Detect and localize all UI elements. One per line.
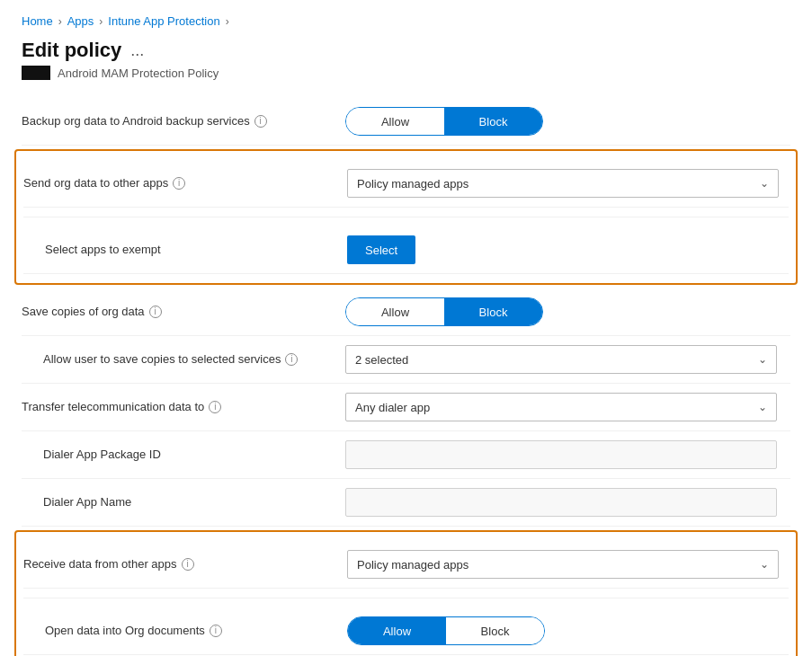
label-receive-data: Receive data from other appsi	[23, 556, 347, 572]
policy-name-label: Android MAM Protection Policy	[58, 66, 219, 80]
row-open-data-org: Open data into Org documentsiAllowBlock	[23, 607, 789, 655]
breadcrumb-apps[interactable]: Apps	[67, 14, 94, 28]
info-icon-save-copies-org-data[interactable]: i	[149, 306, 162, 318]
control-dialer-app-name	[345, 488, 790, 517]
page-title: Edit policy	[22, 39, 121, 62]
select-button-select-apps-exempt[interactable]: Select	[347, 235, 415, 264]
section-row-send-org-data: Send org data to other appsiPolicy manag…	[23, 151, 789, 217]
dropdown-allow-save-copies[interactable]: 2 selected⌄	[345, 345, 777, 374]
label-text-save-copies-org-data: Save copies of org data	[22, 304, 145, 320]
control-allow-save-copies: 2 selected⌄	[345, 345, 790, 374]
row-receive-data: Receive data from other appsiPolicy mana…	[23, 541, 789, 589]
more-options-icon[interactable]: ...	[130, 41, 144, 60]
toggle-btn-block-backup-org-data[interactable]: Block	[444, 108, 542, 135]
chevron-down-icon-send-org-data: ⌄	[760, 177, 769, 190]
row-dialer-app-name: Dialer App Name	[22, 479, 790, 527]
input-dialer-app-name[interactable]	[345, 488, 777, 517]
toggle-btn-block-save-copies-org-data[interactable]: Block	[444, 298, 542, 325]
label-text-receive-data: Receive data from other apps	[23, 556, 177, 572]
chevron-down-icon-transfer-telecom: ⌄	[758, 401, 767, 413]
chevron-down-icon-allow-save-copies: ⌄	[758, 353, 767, 366]
label-save-copies-org-data: Save copies of org datai	[22, 304, 345, 320]
control-send-org-data: Policy managed apps⌄	[347, 169, 789, 198]
label-text-dialer-app-package: Dialer App Package ID	[43, 447, 161, 463]
toggle-save-copies-org-data[interactable]: AllowBlock	[345, 297, 543, 326]
page-subtitle: Android MAM Protection Policy	[22, 66, 790, 80]
info-icon-backup-org-data[interactable]: i	[254, 115, 267, 128]
label-open-data-org: Open data into Org documentsi	[23, 623, 347, 639]
label-text-backup-org-data: Backup org data to Android backup servic…	[22, 113, 250, 129]
section-row-select-apps-exempt: Select apps to exemptSelect	[23, 217, 789, 283]
label-dialer-app-package: Dialer App Package ID	[22, 447, 345, 463]
control-dialer-app-package	[345, 440, 790, 469]
row-allow-save-copies: Allow user to save copies to selected se…	[22, 336, 790, 384]
row-dialer-app-package: Dialer App Package ID	[22, 431, 790, 479]
label-select-apps-exempt: Select apps to exempt	[23, 242, 347, 258]
label-backup-org-data: Backup org data to Android backup servic…	[22, 113, 345, 129]
dropdown-transfer-telecom[interactable]: Any dialer app⌄	[345, 393, 777, 421]
row-transfer-telecom: Transfer telecommunication data toiAny d…	[22, 384, 790, 431]
label-text-allow-save-copies: Allow user to save copies to selected se…	[43, 351, 281, 368]
control-save-copies-org-data: AllowBlock	[345, 297, 790, 326]
highlighted-section: Send org data to other appsiPolicy manag…	[14, 149, 798, 285]
info-icon-allow-save-copies[interactable]: i	[285, 353, 298, 366]
dropdown-send-org-data[interactable]: Policy managed apps⌄	[347, 169, 779, 198]
input-dialer-app-package[interactable]	[345, 440, 777, 469]
dropdown-value-receive-data: Policy managed apps	[357, 558, 468, 572]
label-text-open-data-org: Open data into Org documents	[45, 623, 205, 639]
breadcrumb-home[interactable]: Home	[22, 14, 53, 28]
toggle-btn-allow-open-data-org[interactable]: Allow	[348, 617, 446, 644]
dropdown-value-send-org-data: Policy managed apps	[357, 177, 468, 191]
row-send-org-data: Send org data to other appsiPolicy manag…	[23, 160, 789, 208]
row-select-apps-exempt: Select apps to exemptSelect	[23, 226, 789, 274]
label-allow-save-copies: Allow user to save copies to selected se…	[22, 351, 345, 368]
info-icon-send-org-data[interactable]: i	[173, 177, 185, 190]
breadcrumb: Home › Apps › Intune App Protection ›	[22, 14, 790, 28]
toggle-btn-allow-save-copies-org-data[interactable]: Allow	[346, 298, 444, 325]
toggle-backup-org-data[interactable]: AllowBlock	[345, 107, 543, 136]
policy-color-badge	[22, 66, 50, 80]
chevron-down-icon-receive-data: ⌄	[760, 558, 769, 571]
label-text-transfer-telecom: Transfer telecommunication data to	[22, 399, 204, 415]
label-dialer-app-name: Dialer App Name	[22, 494, 345, 510]
label-text-select-apps-exempt: Select apps to exempt	[45, 242, 161, 258]
info-icon-open-data-org[interactable]: i	[210, 625, 222, 637]
control-select-apps-exempt: Select	[347, 235, 789, 264]
control-transfer-telecom: Any dialer app⌄	[345, 393, 790, 421]
settings-container: Backup org data to Android backup servic…	[22, 98, 790, 656]
highlighted-section: Receive data from other appsiPolicy mana…	[14, 530, 798, 656]
control-backup-org-data: AllowBlock	[345, 107, 790, 136]
dropdown-receive-data[interactable]: Policy managed apps⌄	[347, 550, 779, 579]
toggle-open-data-org[interactable]: AllowBlock	[347, 616, 545, 645]
dropdown-value-allow-save-copies: 2 selected	[355, 353, 408, 367]
row-save-copies-org-data: Save copies of org dataiAllowBlock	[22, 288, 790, 336]
toggle-btn-block-open-data-org[interactable]: Block	[446, 617, 544, 644]
page-header: Edit policy ...	[22, 39, 790, 62]
section-row-open-data-org: Open data into Org documentsiAllowBlock	[23, 598, 789, 656]
row-backup-org-data: Backup org data to Android backup servic…	[22, 98, 790, 146]
info-icon-receive-data[interactable]: i	[182, 558, 194, 571]
control-receive-data: Policy managed apps⌄	[347, 550, 789, 579]
label-send-org-data: Send org data to other appsi	[23, 175, 347, 191]
label-transfer-telecom: Transfer telecommunication data toi	[22, 399, 345, 415]
dropdown-value-transfer-telecom: Any dialer app	[355, 401, 430, 414]
label-text-dialer-app-name: Dialer App Name	[43, 494, 131, 510]
info-icon-transfer-telecom[interactable]: i	[209, 401, 221, 413]
breadcrumb-intune[interactable]: Intune App Protection	[108, 14, 219, 28]
label-text-send-org-data: Send org data to other apps	[23, 175, 168, 191]
section-row-receive-data: Receive data from other appsiPolicy mana…	[23, 532, 789, 598]
toggle-btn-allow-backup-org-data[interactable]: Allow	[346, 108, 444, 135]
control-open-data-org: AllowBlock	[347, 616, 789, 645]
